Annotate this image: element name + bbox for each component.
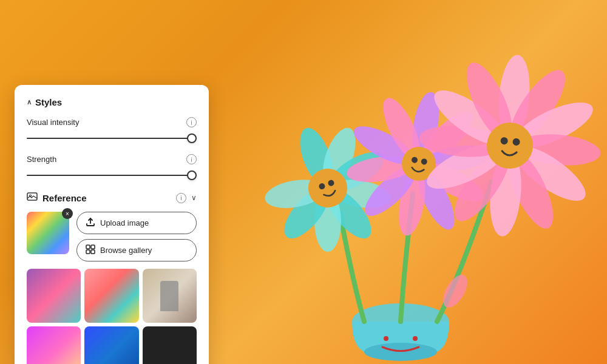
- gallery-item-2[interactable]: [143, 269, 197, 323]
- visual-intensity-slider[interactable]: [27, 132, 197, 144]
- browse-gallery-button[interactable]: Browse gallery: [76, 239, 197, 261]
- strength-section: Strength i: [27, 154, 197, 181]
- reference-header-left: Reference: [27, 191, 87, 204]
- styles-panel: ∧ Styles Visual intensity i Strength i: [15, 85, 209, 364]
- gallery-item-5[interactable]: [143, 326, 197, 364]
- svg-point-2: [384, 336, 388, 341]
- gallery-grid: [27, 269, 197, 364]
- reference-header-right: i ∨: [176, 193, 197, 203]
- gallery-item-0[interactable]: [27, 269, 81, 323]
- strength-label: Strength: [27, 155, 56, 164]
- statue-silhouette: [160, 281, 178, 311]
- gallery-item-4[interactable]: [84, 326, 138, 364]
- upload-image-label: Upload image: [100, 218, 149, 228]
- gallery-item-1[interactable]: [84, 269, 138, 323]
- gallery-icon: [86, 244, 95, 256]
- gallery-item-3[interactable]: [27, 326, 81, 364]
- upload-buttons: Upload image Browse gallery: [76, 212, 197, 261]
- reference-icon: [27, 191, 38, 204]
- selected-thumbnail[interactable]: ×: [27, 212, 69, 254]
- svg-point-3: [413, 336, 418, 341]
- visual-intensity-section: Visual intensity i: [27, 117, 197, 144]
- selected-image: [27, 212, 69, 254]
- collapse-icon[interactable]: ∧: [27, 98, 32, 106]
- svg-rect-49: [91, 250, 95, 254]
- upload-image-button[interactable]: Upload image: [76, 212, 197, 234]
- svg-rect-46: [86, 245, 90, 249]
- remove-image-button[interactable]: ×: [62, 208, 73, 219]
- visual-intensity-label: Visual intensity: [27, 118, 79, 127]
- flower-illustration: [194, 0, 607, 364]
- visual-intensity-info-icon[interactable]: i: [186, 117, 197, 127]
- reference-chevron-icon[interactable]: ∨: [191, 194, 197, 202]
- svg-rect-48: [86, 250, 90, 254]
- browse-gallery-label: Browse gallery: [100, 246, 152, 255]
- svg-rect-44: [27, 193, 37, 200]
- strength-info-icon[interactable]: i: [186, 154, 197, 164]
- styles-header: ∧ Styles: [27, 97, 197, 107]
- reference-label: Reference: [42, 193, 87, 203]
- upload-icon: [86, 217, 95, 229]
- strength-slider[interactable]: [27, 169, 197, 181]
- styles-title: Styles: [35, 97, 62, 107]
- reference-section: Reference i ∨ ×: [27, 191, 197, 364]
- reference-header: Reference i ∨: [27, 191, 197, 204]
- svg-rect-47: [91, 245, 95, 249]
- upload-row: × Upload image: [27, 212, 197, 261]
- reference-info-icon[interactable]: i: [176, 193, 186, 203]
